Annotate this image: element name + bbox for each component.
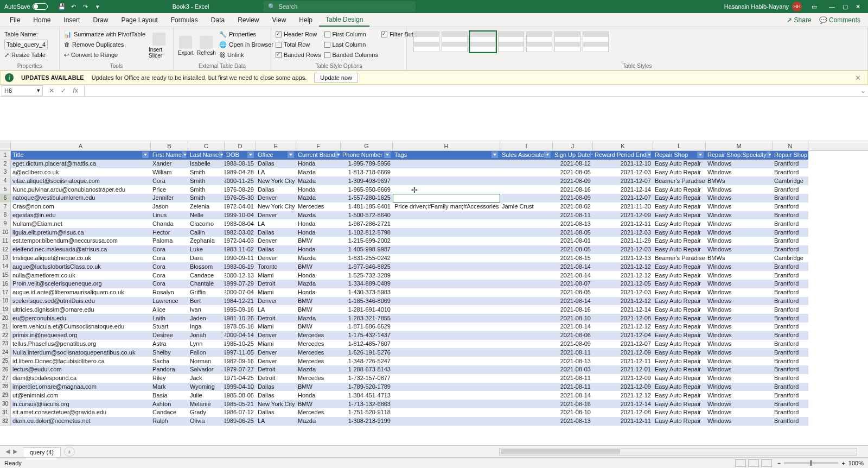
cell[interactable]: Mazda [296,417,341,426]
cell[interactable]: lectus@eudui.com [11,365,151,374]
cell[interactable]: ultricies.dignissim@ornare.edu [11,305,151,314]
cell[interactable] [393,408,500,417]
cell[interactable]: 2021-08-01 [553,237,593,245]
cell[interactable]: Desiree [151,331,188,340]
cell[interactable] [393,254,500,263]
cell[interactable] [500,297,553,306]
convert-range-button[interactable]: ↩ Convert to Range [64,50,145,60]
cell[interactable] [393,228,500,237]
cell[interactable]: Brantford [773,185,808,194]
banded-cols-check[interactable]: Banded Columns [324,50,378,60]
open-browser-button[interactable]: 🌐 Open in Browser [219,40,273,49]
page-layout-button[interactable] [748,459,759,467]
cell[interactable]: LA [256,417,296,426]
account-button[interactable]: Hasanain Habib-Nayany HH [719,2,807,11]
cell[interactable]: 1-430-373-5983 [341,288,393,297]
row-header[interactable]: 25 [0,357,11,365]
cell[interactable]: Easy Auto Repair [653,271,706,280]
cell[interactable]: 2021-12-03 [593,168,653,177]
row-header[interactable]: 10 [0,228,11,237]
cell[interactable]: Dallas [256,185,296,194]
cell[interactable]: 2021-08-05 [553,228,593,237]
cell[interactable] [500,228,553,237]
cell[interactable]: in.cursus@iaculis.org [11,400,151,408]
formula-input[interactable] [84,85,858,96]
tab-table-design[interactable]: Table Design [319,13,369,27]
cell[interactable] [500,262,553,271]
cell[interactable]: Laith [151,314,188,322]
cell[interactable]: ligula.elit.pretium@risus.ca [11,228,151,237]
row-header[interactable]: 16 [0,280,11,288]
cell[interactable]: 1-525-732-3289 [341,271,393,280]
cell[interactable] [500,374,553,383]
cell[interactable] [393,271,500,280]
cell[interactable]: 2021-12-03 [593,245,653,254]
table-header-cell[interactable]: Title [11,151,151,160]
cell[interactable]: LA [256,305,296,314]
column-header-E[interactable]: E [256,141,296,150]
cell[interactable]: Miami [256,340,296,349]
cell[interactable] [500,176,553,185]
save-icon[interactable]: 💾 [58,2,66,11]
cell[interactable]: Windows [706,160,773,168]
cell[interactable]: Jason [151,203,188,211]
cell[interactable] [393,417,500,426]
cell[interactable]: Nullam@Etiam.net [11,219,151,228]
cell[interactable]: eleifend.nec.malesuada@atrisus.ca [11,245,151,254]
cell[interactable]: Brantford [773,262,808,271]
summarize-pivot-button[interactable]: 📊 Summarize with PivotTable [64,29,145,39]
cell[interactable]: 1-626-191-5276 [341,348,393,357]
cell[interactable]: 1-557-280-1625 [341,194,393,203]
close-icon[interactable]: ✕ [856,3,860,10]
column-header-H[interactable]: H [393,141,500,150]
cell[interactable]: 2021-12-11 [593,357,653,365]
cell[interactable]: augue.id.ante@liberomaurisaliquam.co.uk [11,288,151,297]
cell[interactable]: Easy Auto Repair [653,383,706,391]
cell[interactable]: Mark [151,383,188,391]
cell[interactable] [393,288,500,297]
column-header-C[interactable]: C [188,141,225,150]
cell[interactable]: Denver [256,211,296,220]
cell[interactable]: 1972-04-03 [225,237,256,245]
cell[interactable]: Easy Auto Repair [653,185,706,194]
page-break-button[interactable] [761,459,772,467]
cell[interactable]: est.tempor.bibendum@neccursusa.com [11,237,151,245]
cell[interactable]: Brantford [773,365,808,374]
cell[interactable]: Honda [296,391,341,400]
cell[interactable] [500,408,553,417]
cell[interactable]: 1983-08-04 [225,219,256,228]
cell[interactable]: 2021-12-12 [593,391,653,400]
refresh-button[interactable]: Refresh [197,29,216,62]
cell[interactable]: Brantford [773,357,808,365]
cell[interactable]: Nelle [188,211,225,220]
cell[interactable]: Easy Auto Repair [653,374,706,383]
cell[interactable]: ut@enimnisl.com [11,391,151,400]
cell[interactable]: Honda [296,245,341,254]
cell[interactable]: Mazda [296,194,341,203]
zoom-slider[interactable] [784,462,838,464]
row-header[interactable]: 27 [0,374,11,383]
cell[interactable]: Mercedes [296,203,341,211]
table-header-cell[interactable]: Repair Shop [773,151,808,160]
row-header[interactable]: 20 [0,314,11,322]
cell[interactable]: Denver [256,348,296,357]
cell[interactable]: Rosalyn [151,288,188,297]
cell[interactable]: 2021-12-05 [593,280,653,288]
cell[interactable]: Windows [706,288,773,297]
cell[interactable]: Easy Auto Repair [653,203,706,211]
cell[interactable]: Stuart [151,322,188,331]
cell[interactable]: vitae.aliquet@sociisnatoque.com [11,176,151,185]
cell[interactable]: 1972-04-01 [225,203,256,211]
cell[interactable]: Windows [706,297,773,306]
cell[interactable]: Easy Auto Repair [653,314,706,322]
cell[interactable]: Detroit [256,314,296,322]
cell[interactable]: lorem.vehicula.et@Cumsociisnatoque.edu [11,322,151,331]
cell[interactable]: Brantford [773,340,808,349]
cell[interactable]: 1-481-185-6401 [341,203,393,211]
sheet-prev-icon[interactable]: ◀ [5,448,10,455]
zoom-in-button[interactable]: + [841,460,845,466]
column-header-K[interactable]: K [593,141,653,150]
cell[interactable]: 1997-11-05 [225,348,256,357]
cell[interactable]: Brantford [773,237,808,245]
cell[interactable] [393,374,500,383]
